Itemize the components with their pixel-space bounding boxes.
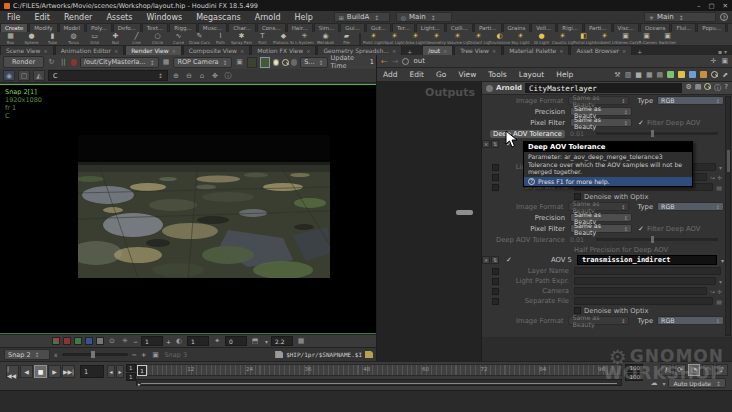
pan-icon[interactable]: ✥	[210, 71, 220, 81]
close-tab-icon[interactable]: ×	[114, 48, 118, 54]
range-start2-field[interactable]: 1	[126, 373, 136, 381]
shelf-tab[interactable]: Poly...	[86, 23, 112, 32]
shelf-tab[interactable]: Oceans	[640, 23, 670, 32]
pane-tab[interactable]: Material Palette×	[503, 45, 569, 55]
snapshot-view-icon[interactable]: ▣	[721, 57, 728, 65]
preview-scene-icon[interactable]	[260, 57, 270, 68]
shelf-tab[interactable]: Musc...	[198, 23, 227, 32]
menu-assets[interactable]: Assets	[99, 13, 139, 22]
shelf-tab[interactable]: Hair...	[287, 23, 313, 32]
param-help-icon[interactable]: ?	[724, 83, 728, 93]
forward-icon[interactable]: →	[392, 57, 399, 66]
param-info-icon[interactable]: ⓘ	[714, 83, 721, 93]
auto-update-selector[interactable]: Auto Update↕	[668, 378, 726, 388]
param-text-field[interactable]	[574, 267, 721, 275]
snapshot-selector[interactable]: Snap 2↕	[4, 349, 50, 360]
save-snapshot-icon[interactable]	[275, 351, 283, 358]
shelf-tab[interactable]: Rigi...	[557, 23, 583, 32]
shelf-tab[interactable]: Text...	[142, 23, 168, 32]
shelf-tool[interactable]: ◉ Metaball	[315, 33, 336, 45]
shelf-tab[interactable]: Parti...	[584, 23, 612, 32]
aov-enable-checkbox[interactable]: ✓	[506, 256, 512, 264]
timeline-ruler[interactable]: 1 1224364860728496	[136, 364, 622, 376]
alpha-channel-button[interactable]	[96, 337, 104, 345]
zoom-out-icon[interactable]: ⊖	[184, 71, 194, 81]
shelf-tab[interactable]: Popu...	[697, 23, 726, 32]
shelf-tool[interactable]: ✳ L-System	[294, 33, 315, 45]
shelf-tab[interactable]: Cont...	[727, 23, 732, 32]
cache-icon[interactable]: ☁	[650, 379, 657, 387]
shelf-tab[interactable]: Colli...	[446, 23, 473, 32]
shelf-tab[interactable]: Sim...	[314, 23, 340, 32]
range-end2-field[interactable]: 100	[625, 373, 643, 381]
shelf-tool[interactable]: ☀ Caustic Light	[552, 33, 573, 45]
shelf-tool[interactable]: ▣ Stereo Camera	[615, 33, 636, 45]
range-end-field[interactable]: 100	[625, 364, 643, 372]
inspect-icon[interactable]	[282, 59, 288, 66]
shelf-tool[interactable]: ☀ Geometry Light	[426, 33, 447, 45]
shelf-tab[interactable]: Defo...	[113, 23, 141, 32]
shelf-tool[interactable]: ⌇ Path	[210, 33, 231, 45]
menu-megascans[interactable]: Megascans	[189, 13, 248, 22]
current-frame-field[interactable]: 1	[80, 365, 104, 378]
net-menu-edit[interactable]: Edit	[404, 70, 431, 79]
aov-name-field[interactable]: transmission_indirect	[577, 255, 717, 265]
param-dropdown[interactable]: RGB↕	[657, 202, 724, 211]
shelf-tool[interactable]: ● Sphere	[21, 33, 42, 45]
zoom-plus[interactable]: +	[166, 338, 171, 345]
range-start-field[interactable]: 1	[126, 364, 136, 372]
snapshot-close-icon[interactable]: x	[54, 351, 58, 358]
net-menu-layout[interactable]: Layout	[513, 70, 551, 79]
param-search-icon[interactable]	[704, 83, 711, 90]
desktop-selector[interactable]: ⊞ BuildA ↕	[334, 12, 390, 22]
delete-aov-button[interactable]: ×	[482, 140, 490, 148]
gamma-value-field[interactable]: 2.2	[271, 336, 293, 346]
param-text-field[interactable]	[574, 277, 716, 285]
net-search-icon[interactable]	[711, 71, 718, 78]
shelf-tool[interactable]: ☀ Point Light	[363, 33, 384, 45]
dropdown-arrow-icon[interactable]: ▾	[719, 164, 722, 171]
menu-render[interactable]: Render	[57, 13, 99, 22]
shelf-tab[interactable]: Ter...	[392, 23, 415, 32]
go-to-start-button[interactable]: |◀◀	[6, 365, 19, 378]
red-channel-button[interactable]	[63, 337, 71, 345]
aov-enable-checkbox[interactable]: ✓	[506, 140, 512, 148]
snap-minus[interactable]: −	[132, 351, 137, 359]
shelf-tool[interactable]: ◧ Portal Light	[573, 33, 594, 45]
snapshot-camera-icon[interactable]: ▣	[150, 350, 160, 360]
flag-lock-icon[interactable]	[678, 71, 685, 78]
shelf-tool[interactable]: ▰ File	[336, 33, 357, 45]
audio-icon[interactable]: ♪	[716, 364, 728, 376]
override-checkbox[interactable]	[492, 268, 499, 275]
reorder-aov-button[interactable]: ⇅	[491, 256, 499, 264]
param-slider[interactable]	[596, 238, 718, 241]
pane-tab[interactable]: Animation Editor×	[55, 45, 124, 55]
close-tab-icon[interactable]: ×	[622, 48, 626, 54]
override-checkbox[interactable]	[492, 174, 499, 181]
snapshot-grid-icon[interactable]	[247, 57, 257, 68]
playback-range-slider[interactable]: ▸	[136, 379, 622, 386]
menu-edit[interactable]: Edit	[27, 13, 57, 22]
realtime-toggle-icon[interactable]: ◔	[688, 364, 700, 376]
shelf-tab[interactable]: Rigg...	[169, 23, 197, 32]
pane-tab[interactable]: Render View×	[125, 45, 182, 55]
gear-icon[interactable]: ⚙	[685, 83, 691, 93]
close-tab-icon[interactable]: ×	[443, 48, 447, 54]
update-time-value[interactable]: 1	[370, 58, 374, 66]
key-icon[interactable]: ⚷	[660, 364, 672, 376]
shelf-tool[interactable]: ☀ Volume Light	[447, 33, 468, 45]
menu-windows[interactable]: Windows	[139, 13, 189, 22]
minimize-button[interactable]: –	[697, 2, 700, 10]
zoom-in-icon[interactable]: ⊕	[171, 71, 181, 81]
shelf-tool[interactable]: ☀ Sky Light	[510, 33, 531, 45]
close-tab-icon[interactable]: ×	[43, 48, 47, 54]
shelf-tab[interactable]: Modify	[29, 23, 57, 32]
menu-help[interactable]: Help	[288, 13, 320, 22]
network-node[interactable]	[456, 210, 473, 215]
shelf-tool[interactable]: ✚ Null	[105, 33, 126, 45]
override-checkbox[interactable]	[492, 164, 499, 171]
shelf-tool[interactable]: ▮ Tube	[42, 33, 63, 45]
shelf-tab[interactable]: Vell...	[531, 23, 556, 32]
shelf-tool[interactable]: ☀ Spot Light	[384, 33, 405, 45]
slider-handle[interactable]	[651, 130, 654, 137]
